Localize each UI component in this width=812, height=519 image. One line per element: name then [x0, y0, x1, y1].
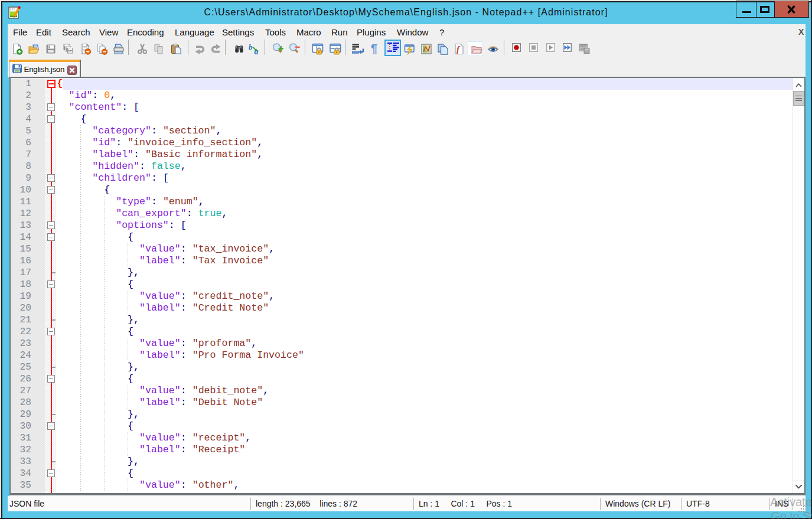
svg-text:b: b [249, 43, 253, 51]
svg-text:¶: ¶ [371, 43, 377, 55]
